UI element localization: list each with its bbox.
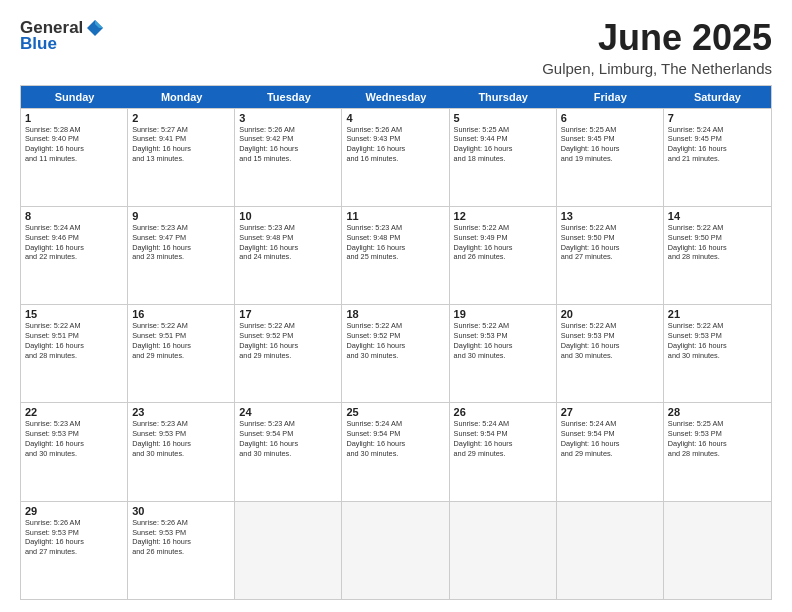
header: General Blue June 2025 Gulpen, Limburg, … xyxy=(20,18,772,77)
cal-cell-4-6: 27Sunrise: 5:24 AMSunset: 9:54 PMDayligh… xyxy=(557,403,664,500)
cal-cell-2-5: 12Sunrise: 5:22 AMSunset: 9:49 PMDayligh… xyxy=(450,207,557,304)
cell-info: Sunrise: 5:23 AMSunset: 9:48 PMDaylight:… xyxy=(346,223,444,262)
cell-info: Sunrise: 5:23 AMSunset: 9:48 PMDaylight:… xyxy=(239,223,337,262)
page: General Blue June 2025 Gulpen, Limburg, … xyxy=(0,0,792,612)
cal-cell-3-6: 20Sunrise: 5:22 AMSunset: 9:53 PMDayligh… xyxy=(557,305,664,402)
header-thursday: Thursday xyxy=(450,86,557,108)
title-block: June 2025 Gulpen, Limburg, The Netherlan… xyxy=(542,18,772,77)
cell-info: Sunrise: 5:27 AMSunset: 9:41 PMDaylight:… xyxy=(132,125,230,164)
cal-cell-5-6 xyxy=(557,502,664,599)
day-number: 30 xyxy=(132,505,230,517)
cal-cell-5-7 xyxy=(664,502,771,599)
day-number: 13 xyxy=(561,210,659,222)
day-number: 3 xyxy=(239,112,337,124)
cell-info: Sunrise: 5:26 AMSunset: 9:53 PMDaylight:… xyxy=(25,518,123,557)
cell-info: Sunrise: 5:24 AMSunset: 9:54 PMDaylight:… xyxy=(561,419,659,458)
cal-cell-5-1: 29Sunrise: 5:26 AMSunset: 9:53 PMDayligh… xyxy=(21,502,128,599)
day-number: 11 xyxy=(346,210,444,222)
cell-info: Sunrise: 5:22 AMSunset: 9:49 PMDaylight:… xyxy=(454,223,552,262)
logo: General Blue xyxy=(20,18,105,54)
cal-cell-2-6: 13Sunrise: 5:22 AMSunset: 9:50 PMDayligh… xyxy=(557,207,664,304)
cell-info: Sunrise: 5:23 AMSunset: 9:53 PMDaylight:… xyxy=(132,419,230,458)
cell-info: Sunrise: 5:28 AMSunset: 9:40 PMDaylight:… xyxy=(25,125,123,164)
day-number: 17 xyxy=(239,308,337,320)
cal-cell-2-1: 8Sunrise: 5:24 AMSunset: 9:46 PMDaylight… xyxy=(21,207,128,304)
cell-info: Sunrise: 5:25 AMSunset: 9:53 PMDaylight:… xyxy=(668,419,767,458)
day-number: 2 xyxy=(132,112,230,124)
day-number: 4 xyxy=(346,112,444,124)
cell-info: Sunrise: 5:22 AMSunset: 9:50 PMDaylight:… xyxy=(561,223,659,262)
cal-cell-5-2: 30Sunrise: 5:26 AMSunset: 9:53 PMDayligh… xyxy=(128,502,235,599)
header-friday: Friday xyxy=(557,86,664,108)
day-number: 16 xyxy=(132,308,230,320)
cal-cell-3-4: 18Sunrise: 5:22 AMSunset: 9:52 PMDayligh… xyxy=(342,305,449,402)
cell-info: Sunrise: 5:24 AMSunset: 9:54 PMDaylight:… xyxy=(454,419,552,458)
cal-row-1: 1Sunrise: 5:28 AMSunset: 9:40 PMDaylight… xyxy=(21,108,771,206)
cal-cell-1-1: 1Sunrise: 5:28 AMSunset: 9:40 PMDaylight… xyxy=(21,109,128,206)
header-monday: Monday xyxy=(128,86,235,108)
cal-cell-3-5: 19Sunrise: 5:22 AMSunset: 9:53 PMDayligh… xyxy=(450,305,557,402)
day-number: 9 xyxy=(132,210,230,222)
title-location: Gulpen, Limburg, The Netherlands xyxy=(542,60,772,77)
cell-info: Sunrise: 5:23 AMSunset: 9:53 PMDaylight:… xyxy=(25,419,123,458)
calendar-body: 1Sunrise: 5:28 AMSunset: 9:40 PMDaylight… xyxy=(21,108,771,599)
cell-info: Sunrise: 5:25 AMSunset: 9:44 PMDaylight:… xyxy=(454,125,552,164)
cal-cell-1-2: 2Sunrise: 5:27 AMSunset: 9:41 PMDaylight… xyxy=(128,109,235,206)
cell-info: Sunrise: 5:24 AMSunset: 9:45 PMDaylight:… xyxy=(668,125,767,164)
cal-cell-1-6: 6Sunrise: 5:25 AMSunset: 9:45 PMDaylight… xyxy=(557,109,664,206)
day-number: 7 xyxy=(668,112,767,124)
cal-cell-3-1: 15Sunrise: 5:22 AMSunset: 9:51 PMDayligh… xyxy=(21,305,128,402)
cal-cell-2-7: 14Sunrise: 5:22 AMSunset: 9:50 PMDayligh… xyxy=(664,207,771,304)
cal-cell-4-4: 25Sunrise: 5:24 AMSunset: 9:54 PMDayligh… xyxy=(342,403,449,500)
logo-blue: Blue xyxy=(20,34,57,54)
day-number: 25 xyxy=(346,406,444,418)
cell-info: Sunrise: 5:22 AMSunset: 9:51 PMDaylight:… xyxy=(25,321,123,360)
cal-cell-1-3: 3Sunrise: 5:26 AMSunset: 9:42 PMDaylight… xyxy=(235,109,342,206)
cell-info: Sunrise: 5:22 AMSunset: 9:51 PMDaylight:… xyxy=(132,321,230,360)
day-number: 18 xyxy=(346,308,444,320)
logo-icon xyxy=(85,18,105,38)
cell-info: Sunrise: 5:24 AMSunset: 9:46 PMDaylight:… xyxy=(25,223,123,262)
cal-row-3: 15Sunrise: 5:22 AMSunset: 9:51 PMDayligh… xyxy=(21,304,771,402)
day-number: 19 xyxy=(454,308,552,320)
cal-row-5: 29Sunrise: 5:26 AMSunset: 9:53 PMDayligh… xyxy=(21,501,771,599)
header-sunday: Sunday xyxy=(21,86,128,108)
day-number: 29 xyxy=(25,505,123,517)
cal-cell-4-5: 26Sunrise: 5:24 AMSunset: 9:54 PMDayligh… xyxy=(450,403,557,500)
cell-info: Sunrise: 5:22 AMSunset: 9:52 PMDaylight:… xyxy=(239,321,337,360)
cal-cell-1-7: 7Sunrise: 5:24 AMSunset: 9:45 PMDaylight… xyxy=(664,109,771,206)
cell-info: Sunrise: 5:22 AMSunset: 9:53 PMDaylight:… xyxy=(668,321,767,360)
cal-cell-1-4: 4Sunrise: 5:26 AMSunset: 9:43 PMDaylight… xyxy=(342,109,449,206)
day-number: 1 xyxy=(25,112,123,124)
header-saturday: Saturday xyxy=(664,86,771,108)
cal-cell-2-4: 11Sunrise: 5:23 AMSunset: 9:48 PMDayligh… xyxy=(342,207,449,304)
cell-info: Sunrise: 5:26 AMSunset: 9:42 PMDaylight:… xyxy=(239,125,337,164)
cell-info: Sunrise: 5:25 AMSunset: 9:45 PMDaylight:… xyxy=(561,125,659,164)
cell-info: Sunrise: 5:22 AMSunset: 9:53 PMDaylight:… xyxy=(454,321,552,360)
cal-cell-3-3: 17Sunrise: 5:22 AMSunset: 9:52 PMDayligh… xyxy=(235,305,342,402)
cal-cell-2-3: 10Sunrise: 5:23 AMSunset: 9:48 PMDayligh… xyxy=(235,207,342,304)
cell-info: Sunrise: 5:22 AMSunset: 9:50 PMDaylight:… xyxy=(668,223,767,262)
day-number: 23 xyxy=(132,406,230,418)
day-number: 5 xyxy=(454,112,552,124)
day-number: 24 xyxy=(239,406,337,418)
header-wednesday: Wednesday xyxy=(342,86,449,108)
cal-cell-4-1: 22Sunrise: 5:23 AMSunset: 9:53 PMDayligh… xyxy=(21,403,128,500)
cell-info: Sunrise: 5:22 AMSunset: 9:53 PMDaylight:… xyxy=(561,321,659,360)
cal-cell-4-7: 28Sunrise: 5:25 AMSunset: 9:53 PMDayligh… xyxy=(664,403,771,500)
day-number: 21 xyxy=(668,308,767,320)
cal-cell-3-2: 16Sunrise: 5:22 AMSunset: 9:51 PMDayligh… xyxy=(128,305,235,402)
header-tuesday: Tuesday xyxy=(235,86,342,108)
day-number: 6 xyxy=(561,112,659,124)
cal-cell-1-5: 5Sunrise: 5:25 AMSunset: 9:44 PMDaylight… xyxy=(450,109,557,206)
cell-info: Sunrise: 5:24 AMSunset: 9:54 PMDaylight:… xyxy=(346,419,444,458)
day-number: 15 xyxy=(25,308,123,320)
day-number: 22 xyxy=(25,406,123,418)
day-number: 12 xyxy=(454,210,552,222)
day-number: 28 xyxy=(668,406,767,418)
cal-cell-5-4 xyxy=(342,502,449,599)
calendar-header: Sunday Monday Tuesday Wednesday Thursday… xyxy=(21,86,771,108)
day-number: 8 xyxy=(25,210,123,222)
cal-cell-2-2: 9Sunrise: 5:23 AMSunset: 9:47 PMDaylight… xyxy=(128,207,235,304)
cal-cell-5-5 xyxy=(450,502,557,599)
